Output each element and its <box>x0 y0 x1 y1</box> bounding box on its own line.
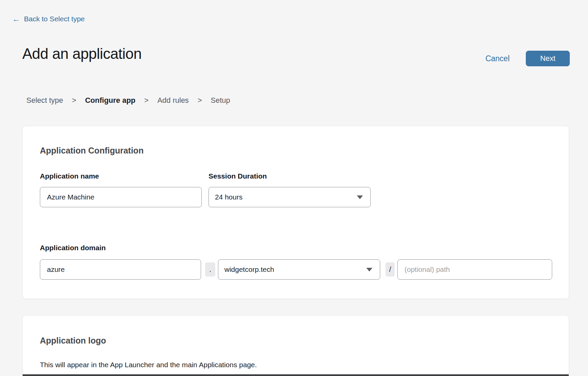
subdomain-input[interactable] <box>40 259 201 280</box>
back-link-label: Back to Select type <box>24 15 85 23</box>
dot-separator: . <box>205 262 215 277</box>
application-configuration-card: Application Configuration Application na… <box>22 126 569 299</box>
slash-separator: / <box>386 262 395 277</box>
page-title: Add an application <box>22 45 142 62</box>
back-to-select-type-link[interactable]: ← Back to Select type <box>12 15 85 23</box>
application-logo-description: This will appear in the App Launcher and… <box>40 361 257 369</box>
application-logo-title: Application logo <box>40 336 106 346</box>
header-actions: Cancel Next <box>485 51 570 66</box>
next-button[interactable]: Next <box>526 51 570 66</box>
step-setup: Setup <box>211 96 230 105</box>
session-duration-select[interactable]: 24 hours <box>209 187 371 207</box>
chevron-down-icon <box>357 195 363 199</box>
application-configuration-title: Application Configuration <box>40 146 144 156</box>
application-logo-card: Application logo This will appear in the… <box>22 315 569 376</box>
cancel-button[interactable]: Cancel <box>485 54 510 63</box>
wizard-steps: Select type > Configure app > Add rules … <box>26 96 230 105</box>
clipped-bottom-element <box>23 374 569 376</box>
chevron-down-icon <box>366 268 372 272</box>
back-arrow-icon: ← <box>12 15 20 23</box>
step-add-rules: Add rules <box>157 96 189 105</box>
session-duration-value: 24 hours <box>215 193 243 201</box>
step-select-type: Select type <box>26 96 63 105</box>
session-duration-label: Session Duration <box>209 172 267 180</box>
application-domain-label: Application domain <box>40 244 106 252</box>
step-separator-icon: > <box>198 96 202 105</box>
step-configure-app: Configure app <box>85 96 136 105</box>
application-name-input[interactable] <box>40 187 202 207</box>
path-input[interactable] <box>397 259 552 280</box>
domain-select[interactable]: widgetcorp.tech <box>218 259 380 280</box>
domain-select-value: widgetcorp.tech <box>224 265 274 274</box>
step-separator-icon: > <box>144 96 149 105</box>
step-separator-icon: > <box>72 96 76 105</box>
application-name-label: Application name <box>40 172 99 180</box>
add-application-page: ← Back to Select type Add an application… <box>0 0 588 376</box>
